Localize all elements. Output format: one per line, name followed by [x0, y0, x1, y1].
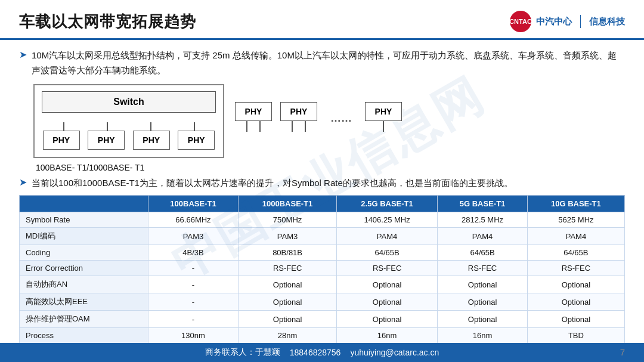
header: 车载以太网带宽拓展趋势 CNTAC 中汽中心 信息科技	[0, 0, 644, 40]
th-2p5g: 2.5G BASE-T1	[336, 196, 438, 212]
cell-value: Optional	[438, 311, 527, 328]
cell-value: PAM3	[148, 228, 239, 245]
cell-value: PAM4	[336, 228, 438, 245]
logo-area: CNTAC 中汽中心 信息科技	[510, 11, 625, 32]
bullet-arrow-2: ➤	[19, 177, 27, 188]
cell-value: 64/65B	[438, 245, 527, 261]
phy-box-1: PHY	[43, 131, 80, 150]
cell-value: Optional	[527, 293, 624, 311]
logo-icon: CNTAC	[510, 11, 531, 32]
cell-value: RS-FEC	[527, 261, 624, 276]
diagram-area: Switch PHY PHY PHY PHY 100BA	[33, 84, 625, 172]
table-row: 自动协商AN-OptionalOptionalOptionalOptional	[20, 276, 625, 293]
base-label: 100BASE- T1/1000BASE- T1	[36, 163, 224, 172]
phy-group-2: PHY	[280, 102, 317, 132]
cell-value: Optional	[438, 276, 527, 293]
cell-value: 750MHz	[239, 212, 336, 228]
bullet-arrow-1: ➤	[19, 49, 27, 60]
phy-right-2: PHY	[280, 102, 317, 121]
cell-value: -	[148, 293, 239, 311]
th-10g: 10G BASE-T1	[527, 196, 624, 212]
table-header-row: 100BASE-T1 1000BASE-T1 2.5G BASE-T1 5G B…	[20, 196, 625, 212]
cell-value: Optional	[239, 311, 336, 328]
cell-value: 64/65B	[527, 245, 624, 261]
switch-box: Switch	[42, 91, 216, 113]
cell-value: 64/65B	[336, 245, 438, 261]
bullet-text-2: 当前以100和1000BASE-T1为主，随着以太网芯片速率的提升，对Symbo…	[32, 176, 513, 191]
th-100base: 100BASE-T1	[148, 196, 239, 212]
page-number: 7	[620, 347, 625, 357]
bullet-1: ➤ 10M汽车以太网采用总线型拓扑结构，可支持 25m 总线传输。10M以上汽车…	[19, 48, 625, 78]
footer-email: yuhuiying@catarc.ac.cn	[350, 348, 439, 357]
cell-value: RS-FEC	[438, 261, 527, 276]
footer-phone: 18846828756	[290, 348, 341, 357]
phy-box-2: PHY	[88, 131, 125, 150]
cell-value: RS-FEC	[239, 261, 336, 276]
phy-box-4: PHY	[178, 131, 215, 150]
row-label: 操作维护管理OAM	[20, 311, 148, 328]
cell-value: Optional	[336, 293, 438, 311]
cell-value: -	[148, 276, 239, 293]
cell-value: Optional	[336, 276, 438, 293]
cell-value: 1406.25 MHz	[336, 212, 438, 228]
table-row: MDI编码PAM3PAM3PAM4PAM4PAM4	[20, 228, 625, 245]
cell-value: 16nm	[438, 328, 527, 344]
phy-right-1: PHY	[235, 102, 272, 121]
table-row: Coding4B/3B80B/81B64/65B64/65B64/65B	[20, 245, 625, 261]
data-table: 100BASE-T1 1000BASE-T1 2.5G BASE-T1 5G B…	[19, 195, 625, 361]
cell-value: 130nm	[148, 328, 239, 344]
page-title: 车载以太网带宽拓展趋势	[19, 11, 196, 32]
footer-contact: 商务联系人：于慧颖	[205, 347, 280, 358]
cell-value: Optional	[336, 311, 438, 328]
cell-value: 28nm	[239, 328, 336, 344]
row-label: Symbol Rate	[20, 212, 148, 228]
cell-value: Optional	[239, 293, 336, 311]
slide: 中国工业信息网 车载以太网带宽拓展趋势 CNTAC 中汽中心 信息科技 ➤ 10…	[0, 0, 644, 362]
cell-value: -	[148, 261, 239, 276]
footer: 商务联系人：于慧颖 18846828756 yuhuiying@catarc.a…	[0, 343, 644, 362]
table-body: Symbol Rate66.66MHz750MHz1406.25 MHz2812…	[20, 212, 625, 361]
cell-value: Optional	[527, 276, 624, 293]
th-1000base: 1000BASE-T1	[239, 196, 336, 212]
main-content: ➤ 10M汽车以太网采用总线型拓扑结构，可支持 25m 总线传输。10M以上汽车…	[0, 40, 644, 361]
logo-sub-text: 信息科技	[589, 16, 625, 27]
phy-group-1: PHY	[235, 102, 272, 132]
table-row: Error Correcttion-RS-FECRS-FECRS-FECRS-F…	[20, 261, 625, 276]
cell-value: Optional	[239, 276, 336, 293]
row-label: Process	[20, 328, 148, 344]
cell-value: PAM4	[438, 228, 527, 245]
logo-main-text: 中汽中心	[536, 16, 572, 27]
cell-value: -	[148, 311, 239, 328]
phy-group-3: PHY	[365, 102, 402, 132]
row-label: Coding	[20, 245, 148, 261]
diagram-right: PHY PHY	[235, 102, 402, 132]
switch-container: Switch PHY PHY PHY PHY	[33, 84, 224, 158]
th-5g: 5G BASE-T1	[438, 196, 527, 212]
dots-separator: ……	[326, 109, 357, 125]
phy-box-3: PHY	[133, 131, 170, 150]
table-row: 高能效以太网EEE-OptionalOptionalOptionalOption…	[20, 293, 625, 311]
row-label: 高能效以太网EEE	[20, 293, 148, 311]
phy-right-3: PHY	[365, 102, 402, 121]
cell-value: 2812.5 MHz	[438, 212, 527, 228]
phy-row-left: PHY PHY PHY PHY	[42, 131, 216, 150]
cell-value: TBD	[527, 328, 624, 344]
cell-value: 16nm	[336, 328, 438, 344]
cell-value: PAM3	[239, 228, 336, 245]
cell-value: Optional	[527, 311, 624, 328]
table-row: Process130nm28nm16nm16nmTBD	[20, 328, 625, 344]
cell-value: 5625 MHz	[527, 212, 624, 228]
table-row: 操作维护管理OAM-OptionalOptionalOptionalOption…	[20, 311, 625, 328]
cell-value: 66.66MHz	[148, 212, 239, 228]
table-section: 100BASE-T1 1000BASE-T1 2.5G BASE-T1 5G B…	[19, 195, 625, 361]
row-label: MDI编码	[20, 228, 148, 245]
diagram-left: Switch PHY PHY PHY PHY 100BA	[33, 84, 224, 172]
bullet-text-1: 10M汽车以太网采用总线型拓扑结构，可支持 25m 总线传输。10M以上汽车以太…	[32, 48, 625, 78]
dots-text: ……	[330, 109, 352, 125]
cell-value: RS-FEC	[336, 261, 438, 276]
cell-value: Optional	[438, 293, 527, 311]
th-empty	[20, 196, 148, 212]
bullet-2: ➤ 当前以100和1000BASE-T1为主，随着以太网芯片速率的提升，对Sym…	[19, 176, 625, 191]
cell-value: PAM4	[527, 228, 624, 245]
cell-value: 80B/81B	[239, 245, 336, 261]
